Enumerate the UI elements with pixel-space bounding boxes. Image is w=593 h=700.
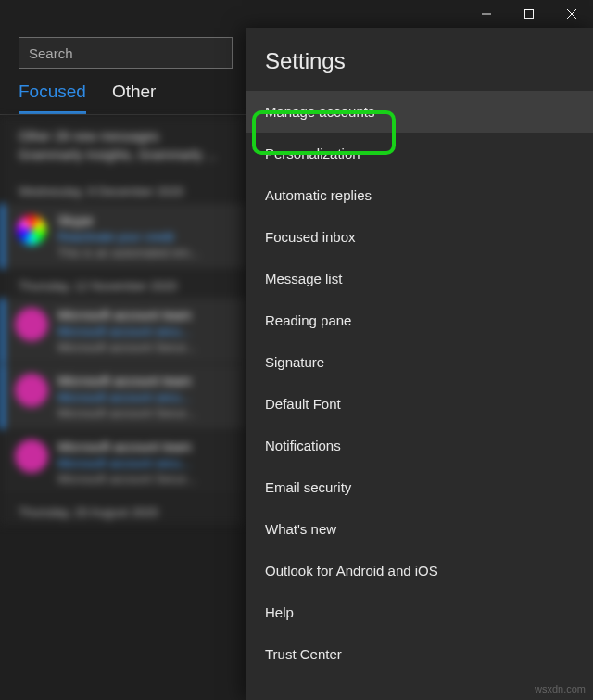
other-summary-sub: Grammarly Insights, Grammarly ... — [19, 146, 231, 165]
avatar — [15, 213, 48, 247]
tab-other[interactable]: Other — [112, 82, 157, 114]
settings-item-automatic-replies[interactable]: Automatic replies — [246, 174, 593, 216]
email-item[interactable]: Microsoft account team Microsoft account… — [0, 430, 246, 496]
email-subject: Microsoft account secu... — [57, 390, 236, 404]
titlebar — [0, 0, 593, 28]
mail-list-pane: Focused Other Other 28 new messages Gram… — [0, 28, 246, 700]
settings-item-reading-pane[interactable]: Reading pane — [246, 299, 593, 341]
settings-item-signature[interactable]: Signature — [246, 341, 593, 383]
svg-rect-1 — [525, 10, 534, 19]
email-text: Microsoft account team Microsoft account… — [57, 439, 236, 486]
watermark: wsxdn.com — [535, 683, 586, 694]
close-button[interactable] — [550, 0, 593, 28]
email-subject: Microsoft account secu... — [57, 456, 236, 470]
settings-item-outlook-mobile[interactable]: Outlook for Android and iOS — [246, 550, 593, 592]
tab-focused[interactable]: Focused — [19, 82, 86, 114]
email-item[interactable]: Skype Reactivate your credit This is an … — [0, 204, 246, 270]
search-input[interactable] — [29, 45, 222, 61]
email-from: Skype — [57, 213, 236, 228]
avatar — [15, 308, 48, 341]
settings-item-focused-inbox[interactable]: Focused inbox — [246, 216, 593, 258]
email-item[interactable]: Microsoft account team Microsoft account… — [0, 364, 246, 430]
settings-item-manage-accounts[interactable]: Manage accounts — [246, 91, 593, 133]
email-preview: Microsoft account Secur... — [57, 406, 236, 420]
settings-title: Settings — [246, 28, 593, 91]
settings-item-notifications[interactable]: Notifications — [246, 425, 593, 466]
email-list: Other 28 new messages Grammarly Insights… — [0, 115, 246, 525]
other-inbox-summary[interactable]: Other 28 new messages Grammarly Insights… — [0, 117, 246, 175]
avatar — [15, 439, 48, 473]
email-preview: Microsoft account Secur... — [57, 472, 236, 486]
email-preview: Microsoft account Secur... — [57, 340, 236, 354]
settings-list: Manage accounts Personalization Automati… — [246, 91, 593, 675]
search-box[interactable] — [19, 37, 233, 69]
email-from: Microsoft account team — [57, 308, 236, 323]
maximize-button[interactable] — [508, 0, 550, 28]
settings-item-email-security[interactable]: Email security — [246, 466, 593, 508]
email-text: Skype Reactivate your credit This is an … — [57, 213, 236, 260]
email-preview: This is an automated em... — [57, 246, 236, 260]
email-text: Microsoft account team Microsoft account… — [57, 374, 236, 420]
settings-item-message-list[interactable]: Message list — [246, 258, 593, 299]
email-from: Microsoft account team — [57, 439, 236, 454]
settings-item-whats-new[interactable]: What's new — [246, 508, 593, 550]
email-subject: Reactivate your credit — [57, 230, 236, 244]
date-group-header: Thursday, 12 November 2020 — [0, 270, 246, 299]
settings-panel: Settings Manage accounts Personalization… — [246, 28, 593, 700]
settings-item-help[interactable]: Help — [246, 592, 593, 633]
date-group-header: Wednesday, 9 December 2020 — [0, 175, 246, 204]
email-from: Microsoft account team — [57, 374, 236, 388]
email-subject: Microsoft account secu... — [57, 325, 236, 338]
settings-item-personalization[interactable]: Personalization — [246, 133, 593, 174]
settings-item-default-font[interactable]: Default Font — [246, 383, 593, 425]
email-item[interactable]: Microsoft account team Microsoft account… — [0, 299, 246, 364]
avatar — [15, 374, 48, 407]
inbox-tabs: Focused Other — [0, 76, 246, 115]
other-summary-title: Other 28 new messages — [19, 128, 231, 146]
date-group-header: Thursday, 20 August 2020 — [0, 496, 246, 525]
settings-item-trust-center[interactable]: Trust Center — [246, 633, 593, 675]
email-text: Microsoft account team Microsoft account… — [57, 308, 236, 354]
minimize-button[interactable] — [465, 0, 508, 28]
